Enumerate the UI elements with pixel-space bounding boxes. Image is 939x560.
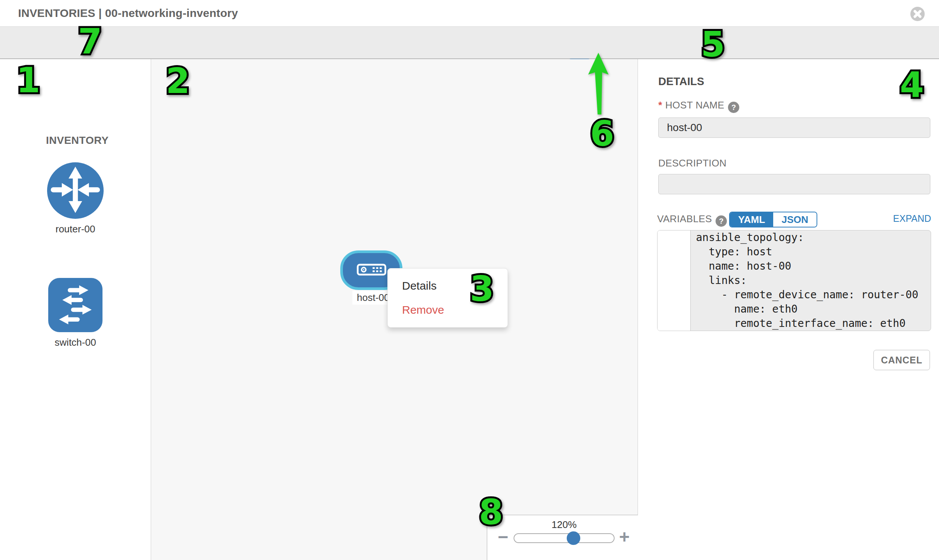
annotation-number-5: 5 [701,28,725,62]
cancel-button[interactable]: CANCEL [873,350,930,370]
code-line: 4 links: [657,274,931,288]
server-icon [356,264,387,277]
variables-label: VARIABLES? [657,213,727,227]
header: INVENTORIES | 00-networking-inventory [0,0,939,26]
host-name-label: *HOST NAME? [658,99,739,113]
expand-link[interactable]: EXPAND [893,213,931,224]
sidebar-item-router[interactable] [47,162,103,219]
variables-code-editor[interactable]: 1 ansible_topology: 2 type: host 3 name:… [657,230,931,331]
tab-yaml[interactable]: YAML [730,212,773,227]
annotation-number-8: 8 [479,495,503,530]
zoom-slider-thumb[interactable] [567,531,580,545]
close-button[interactable] [910,7,925,21]
code-line: 2 type: host [657,245,931,259]
details-panel-title: DETAILS [658,75,704,88]
help-icon[interactable]: ? [715,215,727,227]
required-asterisk: * [658,99,662,111]
switch-icon [48,277,102,333]
annotation-number-1: 1 [16,63,40,98]
router-node-label: router-00 [38,223,113,235]
code-gutter-background [657,231,691,331]
description-input[interactable] [658,174,930,194]
variables-format-toggle: YAML JSON [729,212,817,228]
help-icon[interactable]: ? [728,102,739,113]
topology-canvas[interactable]: host-00 Details Remove 120% − + [151,59,638,560]
inventory-sidebar: INVENTORY router-00 [0,59,151,560]
zoom-in-button[interactable]: + [619,526,630,547]
close-icon [910,16,925,22]
page-title: INVENTORIES | 00-networking-inventory [18,7,238,20]
zoom-level-readout: 120% [513,519,615,531]
code-line: 3 name: host-00 [657,259,931,274]
annotation-number-3: 3 [470,272,494,306]
annotation-number-2: 2 [166,64,190,98]
router-icon [47,162,103,220]
description-label: DESCRIPTION [658,157,726,169]
code-line: 5 - remote_device_name: router-00 [657,288,931,302]
code-line: 6 name: eth0 [657,302,931,316]
code-line: 1 ansible_topology: [657,231,931,245]
sidebar-title: INVENTORY [46,134,108,146]
zoom-control-panel: 120% − + [487,515,638,560]
annotation-number-4: 4 [900,68,924,102]
sidebar-item-switch[interactable] [48,278,102,332]
annotation-number-6: 6 [590,117,614,151]
zoom-slider-track[interactable] [513,533,615,543]
code-line: 7 remote_interface_name: eth0 [657,316,931,331]
toolbar: ACTIONS SEAR [0,26,939,59]
annotation-arrow-up-icon [587,52,612,116]
host-name-input[interactable]: host-00 [658,117,930,138]
details-panel: DETAILS *HOST NAME? host-00 DESCRIPTION … [638,59,939,560]
tab-json[interactable]: JSON [773,212,817,227]
switch-node-label: switch-00 [38,337,113,348]
annotation-number-7: 7 [78,25,102,59]
